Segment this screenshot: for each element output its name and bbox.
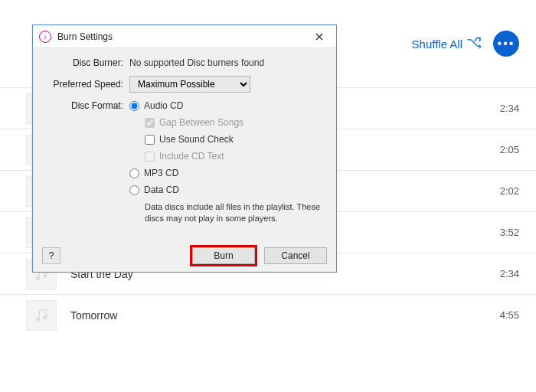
track-duration: 4:55 [500,309,519,321]
app-icon: ♪ [39,31,51,43]
audio-cd-label: Audio CD [144,100,183,111]
track-duration: 2:34 [500,268,519,279]
track-duration: 3:52 [500,227,519,238]
svg-point-0 [36,276,40,280]
gap-between-songs-checkbox [145,118,155,128]
dialog-footer: ? Burn Cancel [33,243,336,272]
svg-point-2 [36,318,40,322]
include-cd-text-label: Include CD Text [159,151,224,162]
table-row[interactable]: Tomorrow 4:55 [0,294,536,335]
data-cd-note: Data discs include all files in the play… [145,201,321,224]
close-icon [315,33,323,41]
svg-point-3 [43,315,47,319]
burn-settings-dialog: ♪ Burn Settings Disc Burner: No supporte… [32,24,337,273]
gap-between-songs-label: Gap Between Songs [159,117,243,128]
use-sound-check-checkbox[interactable] [145,135,155,145]
disc-burner-value: No supported Disc burners found [129,57,322,68]
include-cd-text-checkbox [145,152,155,162]
disc-format-label: Disc Format: [47,100,129,111]
help-button[interactable]: ? [42,247,60,264]
close-button[interactable] [309,28,330,45]
preferred-speed-select[interactable]: Maximum Possible [129,76,250,93]
track-duration: 2:05 [500,144,519,155]
data-cd-radio[interactable] [129,185,139,195]
cancel-button[interactable]: Cancel [264,247,327,264]
mp3-cd-radio[interactable] [129,168,139,178]
dialog-body: Disc Burner: No supported Disc burners f… [33,48,336,243]
dialog-header: ♪ Burn Settings [33,25,336,48]
dialog-title: Burn Settings [57,31,309,42]
mp3-cd-label: MP3 CD [144,168,178,178]
disc-burner-label: Disc Burner: [47,57,129,68]
burn-button[interactable]: Burn [192,247,255,264]
track-title: Tomorrow [70,309,500,322]
music-icon [33,307,50,324]
use-sound-check-label: Use Sound Check [159,134,234,145]
svg-point-1 [43,274,47,278]
track-art [26,300,57,331]
data-cd-label: Data CD [144,185,179,195]
audio-cd-radio[interactable] [129,101,139,111]
track-duration: 2:02 [500,185,519,197]
preferred-speed-label: Preferred Speed: [47,79,129,90]
track-duration: 2:34 [500,103,519,114]
